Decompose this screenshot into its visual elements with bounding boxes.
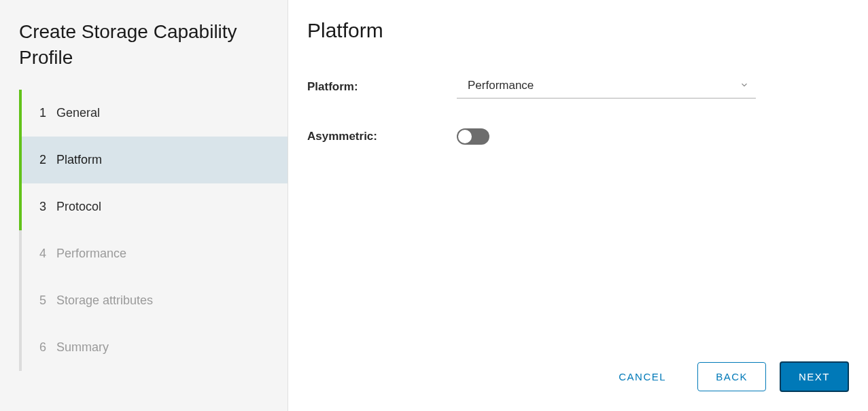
step-general[interactable]: 1 General	[22, 90, 288, 137]
asymmetric-label: Asymmetric:	[307, 130, 457, 143]
platform-select[interactable]: Performance	[457, 75, 756, 99]
step-number: 6	[39, 340, 46, 354]
platform-label: Platform:	[307, 80, 457, 94]
step-label: Protocol	[56, 200, 101, 213]
next-button[interactable]: NEXT	[780, 361, 849, 392]
asymmetric-row: Asymmetric:	[307, 128, 841, 145]
asymmetric-toggle[interactable]	[457, 128, 489, 145]
cancel-button[interactable]: CANCEL	[601, 363, 684, 391]
step-label: Storage attributes	[56, 293, 153, 307]
platform-row: Platform: Performance	[307, 75, 841, 99]
wizard-footer: CANCEL BACK NEXT	[601, 361, 849, 392]
step-number: 5	[39, 293, 46, 307]
toggle-knob	[458, 130, 472, 143]
step-storage-attributes: 5 Storage attributes	[22, 277, 288, 324]
step-number: 3	[39, 200, 46, 213]
platform-select-wrap: Performance	[457, 75, 756, 99]
back-button[interactable]: BACK	[697, 362, 766, 391]
wizard-root: Create Storage Capability Profile 1 Gene…	[0, 0, 868, 411]
step-platform[interactable]: 2 Platform	[22, 137, 288, 183]
step-summary: 6 Summary	[22, 324, 288, 371]
step-label: Summary	[56, 340, 109, 354]
step-label: Performance	[56, 247, 126, 260]
wizard-steps: 1 General 2 Platform 3 Protocol 4 Perfor…	[19, 90, 288, 371]
step-number: 4	[39, 247, 46, 260]
page-title: Platform	[307, 19, 841, 42]
step-number: 2	[39, 153, 46, 166]
wizard-sidebar: Create Storage Capability Profile 1 Gene…	[0, 0, 288, 411]
wizard-title: Create Storage Capability Profile	[19, 19, 288, 71]
step-number: 1	[39, 106, 46, 120]
step-label: General	[56, 106, 100, 120]
step-protocol[interactable]: 3 Protocol	[22, 183, 288, 230]
step-label: Platform	[56, 153, 102, 166]
wizard-main: Platform Platform: Performance Asymmetri…	[288, 0, 868, 411]
step-performance: 4 Performance	[22, 230, 288, 277]
